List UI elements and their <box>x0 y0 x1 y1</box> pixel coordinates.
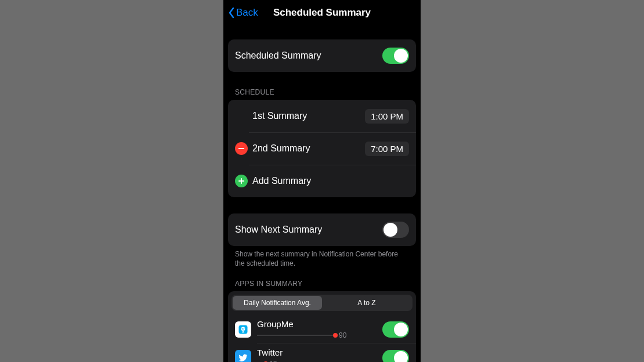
scheduled-summary-row[interactable]: Scheduled Summary <box>228 39 416 72</box>
twitter-app-icon <box>235 350 251 362</box>
schedule-2-time[interactable]: 7:00 PM <box>365 142 409 156</box>
back-label: Back <box>236 7 258 19</box>
show-next-summary-label: Show Next Summary <box>235 225 382 235</box>
schedule-1-label: 1st Summary <box>252 111 365 121</box>
segment-a-to-z[interactable]: A to Z <box>322 296 411 310</box>
schedule-2-label: 2nd Summary <box>252 143 365 154</box>
add-icon <box>235 175 248 187</box>
chevron-left-icon <box>228 7 235 19</box>
segment-daily-avg[interactable]: Daily Notification Avg. <box>233 296 322 310</box>
app-toggle-groupme[interactable] <box>382 321 409 338</box>
add-summary-label: Add Summary <box>252 176 409 186</box>
scheduled-summary-label: Scheduled Summary <box>235 50 382 61</box>
schedule-1-time[interactable]: 1:00 PM <box>365 109 409 124</box>
scheduled-summary-toggle[interactable] <box>382 48 409 64</box>
app-text: Twitter10 <box>257 347 382 362</box>
app-text: GroupMe90 <box>257 319 382 339</box>
show-next-summary-row[interactable]: Show Next Summary <box>228 213 416 246</box>
app-row-groupme[interactable]: GroupMe90 <box>228 314 416 343</box>
svg-point-2 <box>242 328 243 330</box>
back-button[interactable]: Back <box>228 7 258 19</box>
add-summary-row[interactable]: Add Summary <box>228 165 416 197</box>
app-name-label: GroupMe <box>257 319 382 330</box>
show-next-summary-toggle[interactable] <box>382 222 409 238</box>
svg-point-3 <box>244 328 245 330</box>
app-row-twitter[interactable]: Twitter10 <box>228 343 416 362</box>
notification-avg-value: 90 <box>339 331 346 339</box>
schedule-header: SCHEDULE <box>228 88 416 100</box>
notification-avg-value: 10 <box>269 360 277 362</box>
schedule-row-2[interactable]: 2nd Summary 7:00 PM <box>228 132 416 165</box>
apps-header: APPS IN SUMMARY <box>228 280 416 291</box>
notification-avg-bar: 90 <box>257 331 382 339</box>
show-next-summary-footer: Show the next summary in Notification Ce… <box>228 246 416 268</box>
remove-icon[interactable] <box>235 142 248 155</box>
nav-bar: Back Scheduled Summary <box>223 0 421 26</box>
groupme-app-icon <box>235 321 251 338</box>
app-toggle-twitter[interactable] <box>382 350 409 362</box>
schedule-row-1[interactable]: 1st Summary 1:00 PM <box>228 100 416 132</box>
phone-frame: Back Scheduled Summary Scheduled Summary… <box>223 0 421 362</box>
notification-avg-bar: 10 <box>257 360 382 362</box>
sort-segmented-control[interactable]: Daily Notification Avg. A to Z <box>231 295 413 311</box>
app-name-label: Twitter <box>257 347 382 358</box>
